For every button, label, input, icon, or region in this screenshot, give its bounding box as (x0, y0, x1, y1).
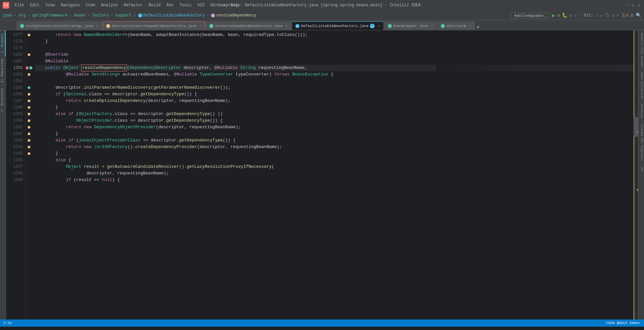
minimize-button[interactable]: ─ (625, 3, 629, 8)
toolbar-right: Add Configuration... ▶ ⚙ 🐛 ↻ ▷ Git: ✓ ✓ … (511, 12, 641, 19)
menu-tools[interactable]: Tools (177, 2, 194, 8)
breadcrumb-factory[interactable]: factory (92, 13, 108, 18)
breadcrumb-support[interactable]: support (115, 13, 132, 18)
panel-alibaba-ros[interactable]: Alibaba ROS Templates (638, 121, 644, 164)
menu-build[interactable]: Build (146, 2, 163, 8)
breadcrumb-org[interactable]: org (18, 13, 26, 18)
tab-icon-3 (209, 24, 213, 28)
tab-abstract-b[interactable]: AbstractB ✕ (437, 21, 475, 30)
panel-jsf[interactable]: JSF (638, 164, 644, 174)
line-num-1278: 1278 (6, 38, 25, 45)
breadcrumb-method[interactable]: resolveDependency (216, 13, 256, 18)
breadcrumb-java[interactable]: java (3, 13, 12, 18)
tab-close-5[interactable]: ✕ (431, 24, 433, 28)
breakpoint-indicator-1280[interactable] (28, 53, 30, 56)
menu-view[interactable]: View (43, 2, 58, 8)
line-num-1287: 1287 (6, 98, 25, 104)
editor-gutter (26, 30, 32, 319)
line-num-1277: 1277 (6, 32, 25, 38)
gutter-1291 (26, 124, 32, 131)
panel-results[interactable]: Results Tool Window (638, 30, 644, 70)
menu-run[interactable]: Run (164, 2, 176, 8)
gutter-1298 (26, 170, 32, 177)
tab-close-3[interactable]: ✕ (286, 24, 288, 28)
tab-label-1: ssingInstantiationStrategy.java (26, 24, 93, 28)
tab-abstractautowire[interactable]: AbstractAutowireCapableBeanFactory.java … (103, 21, 205, 30)
panel-bean-validation[interactable]: Bean Validation (638, 70, 644, 102)
breakpoint-1291[interactable] (28, 126, 30, 129)
breadcrumb-file-icon: DefaultListableBeanFactory (138, 13, 205, 18)
menu-analyze[interactable]: Analyze (99, 2, 120, 8)
run-config-icon[interactable]: ↻ (569, 13, 572, 18)
gutter-1278 (26, 38, 32, 45)
breakpoint-1288[interactable] (28, 106, 30, 109)
tab-label-6: AbstractB (446, 24, 466, 28)
breakpoint-1289[interactable] (28, 113, 30, 115)
gutter-1283 (26, 71, 32, 78)
debug-icon[interactable]: 🐛 (562, 13, 567, 18)
code-line-1297: Object result = getAutowireCandidateReso… (35, 164, 633, 170)
add-config-button[interactable]: Add Configuration... (511, 13, 550, 18)
run-icon[interactable]: ▶ (552, 12, 555, 19)
coverage-icon[interactable]: ▷ (574, 13, 577, 18)
breakpoint-1286[interactable] (28, 93, 30, 96)
build-icon[interactable]: ⚙ (557, 13, 560, 18)
code-line-1279 (35, 45, 633, 51)
maximize-button[interactable]: □ (631, 3, 635, 8)
tab-defaultlistable[interactable]: DefaultListableBeanFactory.java ! ✕ (292, 21, 383, 30)
breakpoint-1294[interactable] (28, 146, 30, 148)
git-undo-icon[interactable]: ↺ (612, 13, 614, 18)
breadcrumb-beans[interactable]: beans (74, 13, 86, 18)
menu-navigate[interactable]: Navigate (58, 2, 82, 8)
translate-icon[interactable]: 文A (621, 13, 629, 18)
tab-beanwrapper[interactable]: BeanWrapper.java ✕ (384, 21, 437, 30)
tab-icon-6 (441, 24, 445, 28)
breakpoint-1293[interactable] (28, 139, 30, 142)
tab-close-6[interactable]: ✕ (469, 24, 471, 28)
menu-file[interactable]: File (12, 2, 27, 8)
menu-refactor[interactable]: Refactor (121, 2, 145, 8)
panel-project[interactable]: 1: Project (0, 30, 6, 56)
git-check2-icon[interactable]: ✓ (600, 13, 603, 18)
menu-code[interactable]: Code (83, 2, 98, 8)
split-icon[interactable]: ⧉ (630, 13, 634, 18)
code-line-1293: else if (javaxInjectProviderClass == des… (35, 137, 633, 144)
vcs-icon[interactable]: ⬆ (616, 13, 619, 18)
panel-favorites[interactable]: 2: Favorites (0, 56, 6, 85)
search-everywhere-icon[interactable]: 🔍 (636, 13, 641, 18)
breadcrumb-springframework[interactable]: springframework (32, 13, 68, 18)
breakpoint-indicator-1277[interactable] (28, 34, 30, 36)
close-button[interactable]: ✕ (637, 3, 641, 8)
more-tabs-button[interactable]: ▼ (477, 25, 479, 30)
bookmark-marker-1282[interactable] (29, 66, 32, 70)
breakpoint-1287[interactable] (28, 100, 30, 102)
git-history-icon[interactable]: ⏱ (605, 13, 610, 18)
menu-vcs[interactable]: VCS (195, 2, 207, 8)
panel-database[interactable]: Database (638, 102, 644, 121)
git-check-icon[interactable]: ✓ (596, 13, 598, 18)
scroll-thumb[interactable] (633, 117, 638, 137)
line-num-1299: 1299 (6, 177, 25, 183)
editor-scrollbar[interactable] (633, 30, 638, 319)
tab-autowireable[interactable]: AutowireCapableBeanFactory.java ✕ (206, 21, 291, 30)
breadcrumb-sep-1: › (14, 13, 16, 18)
breadcrumb-sep-7: › (207, 13, 209, 18)
tab-label-5: BeanWrapper.java (393, 24, 428, 28)
code-line-1298: descriptor, requestingBeanName); (35, 170, 633, 177)
breakpoint-1295[interactable] (28, 152, 30, 155)
code-line-1278: } (35, 38, 633, 45)
panel-structure[interactable]: 7: Structure (0, 85, 6, 114)
code-editor[interactable]: return new NamedBeanHolder<>(beanName, a… (32, 30, 633, 319)
tab-close-2[interactable]: ✕ (199, 24, 201, 28)
line-num-1290: 1290 (6, 117, 25, 124)
menu-edit[interactable]: Edit (27, 2, 42, 8)
bookmark-1285[interactable] (28, 86, 30, 89)
breadcrumb-class[interactable]: DefaultListableBeanFactory (143, 13, 205, 18)
tab-close-1[interactable]: ✕ (96, 24, 98, 28)
gutter-1295 (26, 150, 32, 157)
breakpoint-1290[interactable] (28, 119, 30, 122)
tab-close-4[interactable]: ✕ (378, 24, 380, 28)
breakpoint-indicator-1283[interactable] (28, 73, 30, 76)
tab-ssinginstantiation[interactable]: ssingInstantiationStrategy.java ✕ (16, 21, 102, 30)
breakpoint-1292[interactable] (28, 133, 30, 135)
